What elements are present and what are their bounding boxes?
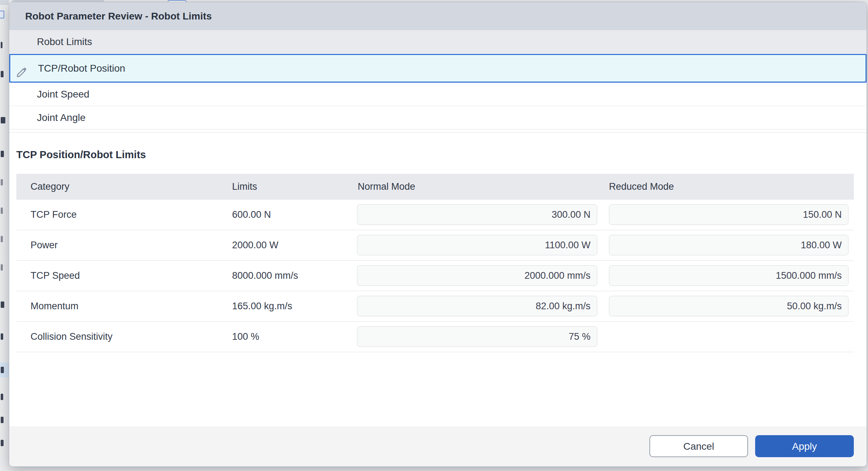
limits-table: Category Limits Normal Mode Reduced Mode… [16, 174, 854, 352]
table-row-tcp-force: TCP Force 600.00 N [16, 200, 854, 230]
background-text-fragment [1, 417, 4, 423]
robot-parameter-review-dialog: Robot Parameter Review - Robot Limits Ro… [9, 2, 867, 467]
reduced-mode-input[interactable] [609, 265, 848, 286]
background-text-fragment [1, 394, 3, 400]
background-text-fragment [1, 71, 4, 77]
reduced-mode-input[interactable] [609, 235, 848, 255]
row-category: Momentum [31, 291, 78, 321]
header-reduced-mode: Reduced Mode [609, 174, 674, 200]
row-category: TCP Force [31, 200, 77, 230]
nav-item-tcp-robot-position[interactable]: TCP/Robot Position [9, 54, 867, 83]
background-text-fragment [1, 236, 3, 242]
header-limits: Limits [232, 174, 257, 200]
table-header-row: Category Limits Normal Mode Reduced Mode [16, 174, 854, 200]
nav-item-label: Joint Speed [37, 89, 89, 100]
normal-mode-input[interactable] [357, 326, 597, 347]
background-text-fragment [1, 117, 5, 123]
row-category: TCP Speed [31, 261, 80, 291]
nav-item-joint-speed[interactable]: Joint Speed [9, 83, 867, 106]
background-text-fragment [1, 264, 3, 271]
row-category: Power [31, 230, 58, 260]
divider [9, 132, 867, 133]
table-row-momentum: Momentum 165.00 kg.m/s [16, 291, 854, 322]
dialog-titlebar: Robot Parameter Review - Robot Limits [9, 2, 867, 30]
normal-mode-input[interactable] [357, 204, 597, 225]
background-window-edge [0, 0, 9, 5]
nav-item-label: TCP/Robot Position [38, 55, 125, 82]
row-limit: 100 % [232, 322, 259, 352]
header-normal-mode: Normal Mode [358, 174, 415, 200]
row-limit: 600.00 N [232, 200, 271, 230]
background-text-fragment [1, 151, 4, 157]
table-row-power: Power 2000.00 W [16, 230, 854, 261]
background-text-fragment [1, 207, 3, 214]
normal-mode-input[interactable] [357, 265, 597, 286]
background-text-fragment [1, 367, 4, 373]
apply-button[interactable]: Apply [755, 435, 854, 457]
reduced-mode-input[interactable] [609, 204, 848, 225]
dialog-footer: Cancel Apply [9, 426, 867, 466]
row-limit: 165.00 kg.m/s [232, 291, 292, 321]
background-text-fragment [1, 179, 3, 185]
dialog-title: Robot Parameter Review - Robot Limits [25, 11, 212, 22]
reduced-mode-input[interactable] [609, 296, 848, 316]
background-text-fragment [1, 333, 3, 340]
nav-item-joint-angle[interactable]: Joint Angle [9, 106, 867, 129]
pencil-edit-icon [15, 62, 28, 75]
normal-mode-input[interactable] [357, 235, 597, 255]
background-window-fragment [0, 11, 4, 18]
nav-group-label: Robot Limits [37, 36, 92, 47]
nav-item-label: Joint Angle [37, 112, 86, 123]
background-text-fragment [1, 440, 4, 446]
nav-group-robot-limits[interactable]: Robot Limits [9, 30, 867, 54]
row-limit: 2000.00 W [232, 230, 279, 260]
background-text-fragment [1, 301, 4, 308]
table-row-tcp-speed: TCP Speed 8000.000 mm/s [16, 261, 854, 291]
normal-mode-input[interactable] [357, 296, 597, 316]
cancel-button[interactable]: Cancel [649, 435, 748, 457]
row-limit: 8000.000 mm/s [232, 261, 298, 291]
section-title: TCP Position/Robot Limits [16, 149, 146, 161]
header-category: Category [31, 174, 70, 200]
row-category: Collision Sensitivity [31, 322, 112, 352]
background-text-fragment [1, 42, 2, 48]
table-row-collision-sensitivity: Collision Sensitivity 100 % [16, 322, 854, 352]
